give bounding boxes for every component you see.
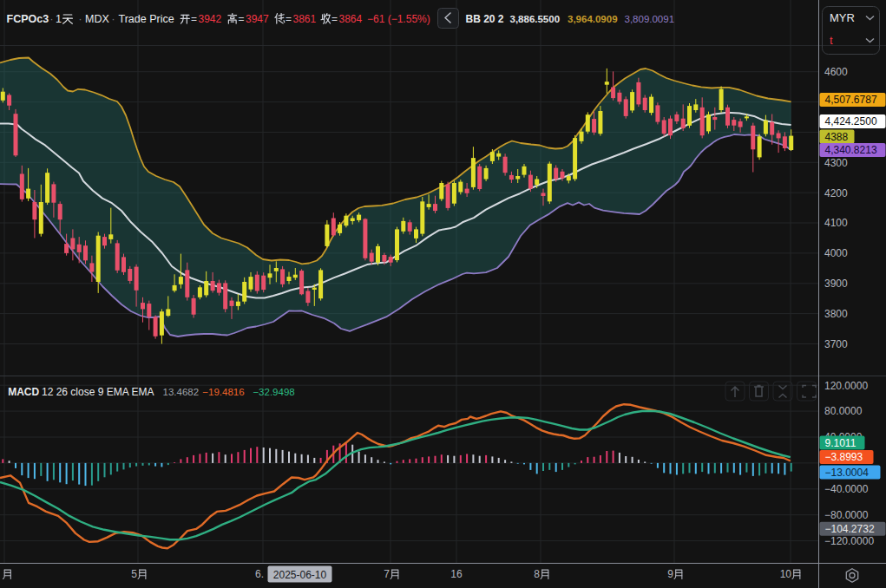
svg-text:3,964.0909: 3,964.0909 xyxy=(568,14,618,24)
svg-text:MACD: MACD xyxy=(8,386,39,398)
svg-text:3942: 3942 xyxy=(199,13,222,25)
svg-text:4300: 4300 xyxy=(824,157,848,169)
svg-text:=: = xyxy=(239,13,245,25)
svg-text:3,809.0091: 3,809.0091 xyxy=(625,14,675,24)
svg-text:6.: 6. xyxy=(255,568,264,580)
svg-text:·: · xyxy=(79,13,82,25)
svg-text:4,340.8213: 4,340.8213 xyxy=(825,144,877,156)
svg-text:3800: 3800 xyxy=(824,308,848,320)
svg-text:−61 (−1.55%): −61 (−1.55%) xyxy=(367,13,430,25)
svg-text:−104.2732: −104.2732 xyxy=(825,523,875,535)
svg-text:−19.4816: −19.4816 xyxy=(202,387,244,397)
svg-text:1: 1 xyxy=(56,13,62,25)
svg-text:3947: 3947 xyxy=(246,13,269,25)
svg-text:8: 8 xyxy=(534,568,540,580)
svg-text:80.0000: 80.0000 xyxy=(824,405,863,417)
svg-text:4600: 4600 xyxy=(824,66,848,78)
svg-text:16: 16 xyxy=(450,568,463,580)
svg-text:4200: 4200 xyxy=(824,187,848,199)
svg-text:12 26 close 9 EMA EMA: 12 26 close 9 EMA EMA xyxy=(42,386,154,398)
svg-text:4,507.6787: 4,507.6787 xyxy=(825,94,877,106)
svg-text:BB 20 2: BB 20 2 xyxy=(466,13,504,25)
svg-text:−120.0000: −120.0000 xyxy=(824,535,874,547)
svg-text:−40.0000: −40.0000 xyxy=(824,483,869,495)
svg-text:3864: 3864 xyxy=(339,13,363,25)
svg-text:2025-06-10: 2025-06-10 xyxy=(273,569,327,581)
svg-text:3861: 3861 xyxy=(293,13,317,25)
svg-text:4000: 4000 xyxy=(824,247,848,259)
svg-text:=: = xyxy=(285,13,292,25)
svg-text:13.4682: 13.4682 xyxy=(163,387,200,397)
svg-text:MDX: MDX xyxy=(85,13,109,25)
svg-text:120.0000: 120.0000 xyxy=(824,380,868,392)
svg-text:9.1011: 9.1011 xyxy=(825,437,856,449)
svg-text:4,424.2500: 4,424.2500 xyxy=(825,115,877,127)
svg-text:−80.0000: −80.0000 xyxy=(824,509,869,521)
svg-text:=: = xyxy=(191,13,197,25)
svg-text:5: 5 xyxy=(131,568,137,580)
svg-text:3700: 3700 xyxy=(824,338,848,350)
svg-text:9: 9 xyxy=(667,568,673,580)
svg-text:=: = xyxy=(331,13,338,25)
svg-text:FCPOc3: FCPOc3 xyxy=(7,13,49,25)
svg-text:·: · xyxy=(112,13,115,25)
svg-text:t: t xyxy=(830,34,833,47)
svg-text:3,886.5500: 3,886.5500 xyxy=(510,14,561,24)
svg-text:−3.8993: −3.8993 xyxy=(825,451,863,463)
svg-text:·: · xyxy=(50,13,54,25)
svg-text:7: 7 xyxy=(384,568,390,580)
svg-text:3900: 3900 xyxy=(824,278,848,290)
svg-text:MYR: MYR xyxy=(830,11,855,24)
svg-text:4388: 4388 xyxy=(825,131,849,143)
svg-text:−32.9498: −32.9498 xyxy=(253,387,294,397)
svg-text:Trade Price: Trade Price xyxy=(119,13,174,25)
svg-text:4100: 4100 xyxy=(824,217,848,229)
svg-text:10: 10 xyxy=(780,568,792,580)
svg-text:−13.0004: −13.0004 xyxy=(825,467,870,479)
